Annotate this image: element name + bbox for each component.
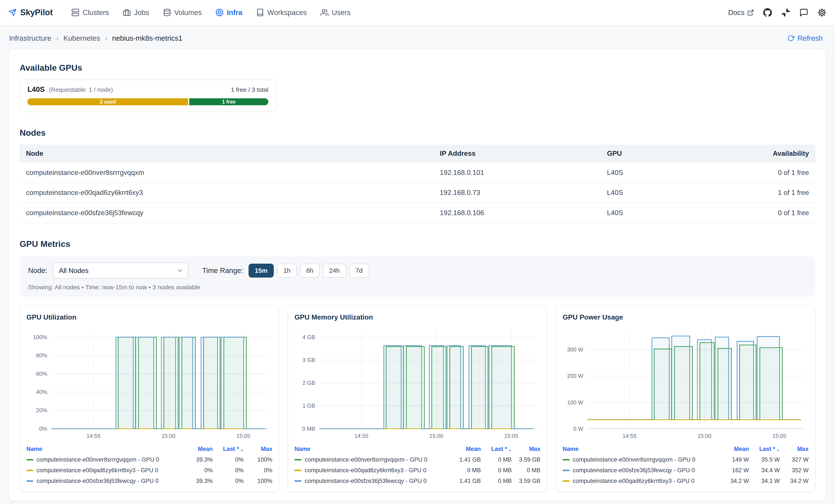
series-mean: 0 MB <box>450 467 481 474</box>
showing-text: Showing: All nodes • Time: now-15m to no… <box>28 284 807 291</box>
gpu-cell: L40S <box>600 162 728 183</box>
nav-item-users[interactable]: Users <box>315 5 357 20</box>
time-range-1h[interactable]: 1h <box>277 264 297 278</box>
nav-item-volumes[interactable]: Volumes <box>157 5 208 20</box>
legend-row[interactable]: computeinstance-e00nver8srrrgvqqxm - GPU… <box>294 455 541 465</box>
node-select-value: All Nodes <box>59 267 88 275</box>
users-icon <box>321 8 329 17</box>
breadcrumb-items: Infrastructure›Kubernetes›nebius-mk8s-me… <box>9 34 182 42</box>
clusters-icon <box>71 8 79 17</box>
svg-text:15:00: 15:00 <box>429 433 443 439</box>
svg-text:15:05: 15:05 <box>236 433 250 439</box>
sort-caret-icon: ⌄ <box>776 447 780 452</box>
nav-item-label: Jobs <box>134 8 149 17</box>
chart-plot: 14:5515:0015:050 MB1 GB2 GB3 GB4 GB <box>294 325 541 442</box>
github-link[interactable] <box>763 8 772 17</box>
time-range-6h[interactable]: 6h <box>300 264 320 278</box>
chart-card-gpu-memory-utilization: GPU Memory Utilization14:5515:0015:050 M… <box>288 305 547 492</box>
column-header-ip-address: IP Address <box>433 145 600 162</box>
legend-col-mean: Mean <box>718 446 749 452</box>
refresh-button[interactable]: Refresh <box>784 34 826 43</box>
series-max: 3.59 GB <box>512 478 541 484</box>
series-mean: 149 W <box>718 456 749 463</box>
svg-text:0 MB: 0 MB <box>302 426 315 432</box>
series-mean: 34.2 W <box>718 478 749 484</box>
series-last: 0% <box>213 456 244 463</box>
time-range-24h[interactable]: 24h <box>323 264 346 278</box>
nodes-table-header: NodeIP AddressGPUAvailability <box>20 145 815 162</box>
nav-item-jobs[interactable]: Jobs <box>117 5 155 20</box>
legend-row[interactable]: computeinstance-e00sfze36j53fewcqy - GPU… <box>563 465 809 476</box>
column-header-availability: Availability <box>728 145 815 162</box>
series-color-dash <box>563 480 570 482</box>
series-color-dash <box>26 480 34 482</box>
chart-title: GPU Memory Utilization <box>294 313 541 321</box>
legend-row[interactable]: computeinstance-e00nver8srrrgvqqxm - GPU… <box>563 455 809 465</box>
legend-col-last-sort[interactable]: Last *⌄ <box>481 446 512 452</box>
nav-item-clusters[interactable]: Clusters <box>66 5 115 20</box>
chart-title: GPU Utilization <box>26 313 272 321</box>
nodes-heading: Nodes <box>20 128 815 138</box>
nav-item-label: Workspaces <box>267 8 307 17</box>
brand[interactable]: SkyPilot <box>8 8 53 17</box>
series-color-dash <box>26 470 34 471</box>
node-select-label: Node: <box>28 266 47 275</box>
series-last: 0% <box>213 478 244 484</box>
chart-legend-header: NameMeanLast *⌄Max <box>563 444 809 455</box>
gpu-summary: 1 free / 3 total <box>231 86 268 93</box>
node-select[interactable]: All Nodes <box>53 263 188 278</box>
legend-row[interactable]: computeinstance-e00qad6zy6krrt6xy3 - GPU… <box>563 476 809 486</box>
series-name: computeinstance-e00sfze36j53fewcqy - GPU… <box>305 478 427 484</box>
chart-plot: 14:5515:0015:050 W100 W200 W300 W <box>563 325 809 442</box>
legend-row[interactable]: computeinstance-e00qad6zy6krrt6xy3 - GPU… <box>26 465 272 476</box>
infra-icon <box>216 8 224 17</box>
github-icon <box>763 8 772 17</box>
metrics-controls-row: Node: All Nodes Time Range: 15m1h6h24h7d <box>28 263 807 278</box>
nav-item-workspaces[interactable]: Workspaces <box>250 5 313 20</box>
legend-row[interactable]: computeinstance-e00nver8srrrgvqqxm - GPU… <box>26 455 272 465</box>
nav-item-label: Users <box>332 8 350 17</box>
legend-col-max: Max <box>780 446 809 452</box>
gpu-bar-free-label: 1 free <box>222 99 236 105</box>
legend-row[interactable]: computeinstance-e00sfze36j53fewcqy - GPU… <box>294 476 541 486</box>
time-range-7d[interactable]: 7d <box>349 264 369 278</box>
legend-col-last-sort[interactable]: Last *⌄ <box>749 446 780 452</box>
time-range-label: Time Range: <box>202 266 243 275</box>
node-cell: computeinstance-e00qad6zy6krrt6xy3 <box>20 183 433 203</box>
feedback-link[interactable] <box>799 8 809 17</box>
slack-link[interactable] <box>781 8 790 17</box>
series-name: computeinstance-e00nver8srrrgvqqxm - GPU… <box>573 456 695 463</box>
availability-cell: 0 of 1 free <box>728 162 815 183</box>
legend-row[interactable]: computeinstance-e00qad6zy6krrt6xy3 - GPU… <box>294 465 541 476</box>
navbar-items: ClustersJobsVolumesInfraWorkspacesUsers <box>66 5 357 20</box>
svg-text:0 W: 0 W <box>573 426 584 432</box>
volumes-icon <box>163 8 171 17</box>
navbar-right: Docs <box>728 8 827 17</box>
breadcrumb-separator: › <box>105 34 107 42</box>
slack-icon <box>781 8 790 17</box>
legend-col-last-sort[interactable]: Last *⌄ <box>213 446 244 452</box>
series-max: 352 W <box>780 467 809 474</box>
breadcrumb-item-kubernetes[interactable]: Kubernetes <box>63 34 100 42</box>
series-max: 100% <box>244 456 272 463</box>
series-last: 34.1 W <box>749 478 780 484</box>
docs-link[interactable]: Docs <box>728 8 754 17</box>
series-color-dash <box>563 470 570 471</box>
legend-col-name: Name <box>26 446 182 452</box>
svg-text:15:00: 15:00 <box>161 433 175 439</box>
chart-legend: NameMeanLast *⌄Maxcomputeinstance-e00nve… <box>26 444 272 486</box>
series-last: 34.4 W <box>749 467 780 474</box>
series-mean: 39.3% <box>182 478 213 484</box>
breadcrumb-item-infrastructure[interactable]: Infrastructure <box>9 34 52 42</box>
legend-row[interactable]: computeinstance-e00sfze36j53fewcqy - GPU… <box>26 476 272 486</box>
series-max: 34.2 W <box>780 478 809 484</box>
nav-item-label: Clusters <box>83 8 109 17</box>
chart-card-gpu-power-usage: GPU Power Usage14:5515:0015:050 W100 W20… <box>556 305 815 492</box>
nav-item-infra[interactable]: Infra <box>210 5 248 20</box>
settings-link[interactable] <box>817 8 827 17</box>
time-range-15m[interactable]: 15m <box>248 264 274 278</box>
series-name: computeinstance-e00qad6zy6krrt6xy3 - GPU… <box>305 467 426 474</box>
series-mean: 0% <box>182 467 213 474</box>
charts-row: GPU Utilization14:5515:0015:050%20%40%60… <box>20 305 815 492</box>
ip-cell: 192.168.0.106 <box>433 203 600 223</box>
